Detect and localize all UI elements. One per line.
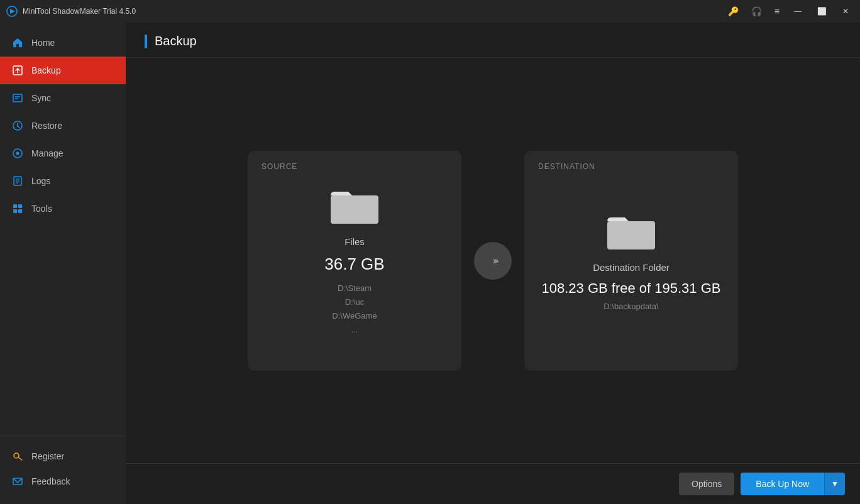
sidebar-item-home[interactable]: Home <box>0 29 126 57</box>
backup-area: SOURCE Files 36.7 GB D:\Steam D:\uc D:\W… <box>126 58 860 463</box>
source-path-3: D:\WeGame <box>332 309 377 323</box>
home-icon <box>11 36 24 49</box>
sidebar-item-manage[interactable]: Manage <box>0 140 126 167</box>
destination-label: DESTINATION <box>538 162 595 171</box>
source-name: Files <box>345 236 365 247</box>
close-button[interactable]: ✕ <box>837 3 854 19</box>
destination-folder-icon <box>606 210 656 251</box>
source-path-1: D:\Steam <box>332 282 377 295</box>
svg-rect-15 <box>18 204 22 208</box>
source-size: 36.7 GB <box>324 255 384 274</box>
page-header: Backup <box>126 23 860 58</box>
app-body: Home Backup <box>0 23 860 504</box>
source-paths: D:\Steam D:\uc D:\WeGame ... <box>332 282 377 337</box>
svg-rect-16 <box>13 209 17 213</box>
title-bar: MiniTool ShadowMaker Trial 4.5.0 🔑 🎧 ≡ —… <box>0 0 860 23</box>
restore-icon <box>11 119 24 132</box>
sidebar-item-sync[interactable]: Sync <box>0 84 126 112</box>
backup-now-group: Back Up Now ▼ <box>741 473 845 495</box>
backup-now-button[interactable]: Back Up Now <box>741 473 824 495</box>
key-icon[interactable]: 🔑 <box>725 4 741 19</box>
sidebar-manage-label: Manage <box>31 148 63 158</box>
source-card[interactable]: SOURCE Files 36.7 GB D:\Steam D:\uc D:\W… <box>248 151 461 371</box>
sidebar-restore-label: Restore <box>31 121 62 131</box>
options-button[interactable]: Options <box>679 473 734 495</box>
title-bar-actions: 🔑 🎧 ≡ — ⬜ ✕ <box>725 3 854 19</box>
sidebar-item-tools[interactable]: Tools <box>0 195 126 222</box>
forward-arrow-icon: ››› <box>474 242 512 280</box>
sidebar-feedback-label: Feedback <box>31 476 70 486</box>
sidebar-nav: Home Backup <box>0 23 126 436</box>
sync-icon <box>11 92 24 104</box>
sidebar-item-logs[interactable]: Logs <box>0 167 126 195</box>
register-key-icon <box>11 450 24 463</box>
app-title: MiniTool ShadowMaker Trial 4.5.0 <box>23 7 725 16</box>
destination-free: 108.23 GB free of 195.31 GB <box>542 280 721 297</box>
source-path-more: ... <box>332 323 377 337</box>
sidebar-sync-label: Sync <box>31 93 51 103</box>
page-title: Backup <box>155 34 197 48</box>
app-logo <box>6 6 18 17</box>
sidebar-item-restore[interactable]: Restore <box>0 112 126 140</box>
arrow-container: ››› <box>461 242 524 280</box>
sidebar: Home Backup <box>0 23 126 504</box>
sidebar-bottom: Register Feedback <box>0 436 126 504</box>
header-accent <box>145 35 147 48</box>
minimize-button[interactable]: — <box>790 3 806 19</box>
svg-rect-17 <box>18 209 22 213</box>
menu-icon[interactable]: ≡ <box>772 4 782 19</box>
bottom-bar: Options Back Up Now ▼ <box>126 463 860 504</box>
svg-rect-4 <box>13 94 22 102</box>
sidebar-backup-label: Backup <box>31 65 61 75</box>
backup-icon <box>11 64 24 77</box>
destination-card[interactable]: DESTINATION Destination Folder 108.23 GB… <box>524 151 738 371</box>
sidebar-item-backup[interactable]: Backup <box>0 57 126 84</box>
logs-icon <box>11 175 24 187</box>
maximize-button[interactable]: ⬜ <box>813 3 830 19</box>
destination-name: Destination Folder <box>593 262 670 273</box>
sidebar-item-feedback[interactable]: Feedback <box>0 469 126 494</box>
source-folder-icon <box>329 184 380 225</box>
sidebar-register-label: Register <box>31 451 64 461</box>
svg-rect-14 <box>13 204 17 208</box>
backup-dropdown-button[interactable]: ▼ <box>824 473 845 495</box>
sidebar-tools-label: Tools <box>31 204 52 214</box>
svg-rect-24 <box>607 221 655 249</box>
svg-line-19 <box>18 457 22 461</box>
svg-rect-22 <box>331 195 378 224</box>
sidebar-logs-label: Logs <box>31 176 50 186</box>
sidebar-item-register[interactable]: Register <box>0 444 126 469</box>
tools-icon <box>11 202 24 215</box>
headphone-icon[interactable]: 🎧 <box>749 4 764 19</box>
source-path-2: D:\uc <box>332 295 377 309</box>
destination-path: D:\backupdata\ <box>604 302 658 311</box>
svg-point-9 <box>16 152 19 155</box>
svg-marker-1 <box>10 9 15 14</box>
main-content: Backup SOURCE Files 36.7 GB D:\Steam <box>126 23 860 504</box>
manage-icon <box>11 147 24 160</box>
feedback-mail-icon <box>11 475 24 488</box>
source-label: SOURCE <box>262 162 297 171</box>
sidebar-home-label: Home <box>31 38 55 48</box>
